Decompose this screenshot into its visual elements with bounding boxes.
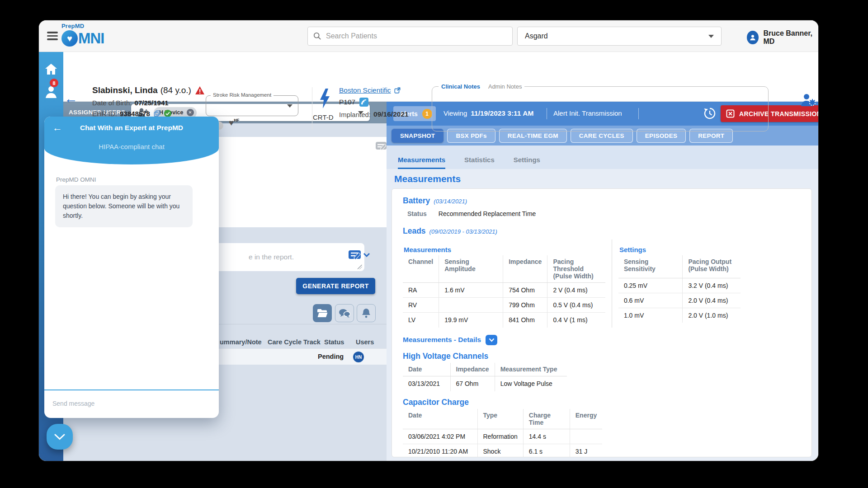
alerts-button-small[interactable] <box>357 304 376 322</box>
stroke-risk-select[interactable]: Stroke Risk Management <box>206 95 298 116</box>
measurements-details-row: Measurements - Details <box>403 335 801 345</box>
table-row[interactable]: Pending HN <box>206 348 387 365</box>
hamburger-menu-icon[interactable] <box>47 32 58 41</box>
chat-bubbles-icon <box>339 309 350 318</box>
folder-icon <box>317 309 328 318</box>
manufacturer-link[interactable]: Boston Scientific <box>339 86 391 94</box>
table-row: 03/13/2021 67 Ohm Low Voltage Pulse <box>403 376 567 391</box>
chat-title: Chat With an Expert at PrepMD <box>44 124 219 132</box>
leads-settings-group: Settings Sensing Sensitivity Pacing Outp… <box>612 239 741 328</box>
column-care-cycle-track: Care Cycle Track <box>268 338 321 346</box>
copy-icon[interactable] <box>154 110 160 117</box>
expand-details-button[interactable] <box>486 335 497 345</box>
table-row: LV 19.9 mV 841 Ohm 0.4 V (1 ms) <box>403 313 605 328</box>
subtab-statistics[interactable]: Statistics <box>464 156 495 169</box>
leads-section-heading: Leads (09/02/2019 - 03/13/2021) <box>403 226 801 236</box>
leads-settings-table: Sensing Sensitivity Pacing Output (Pulse… <box>618 255 741 323</box>
high-voltage-table: Date Impedance Measurement Type 03/13/20… <box>403 363 567 391</box>
tab-admin-notes[interactable]: Admin Notes <box>488 83 522 90</box>
subtab-settings[interactable]: Settings <box>514 156 540 169</box>
divider <box>44 389 219 390</box>
warning-icon <box>195 86 205 95</box>
status-badge: Pending <box>318 353 344 360</box>
sidebar-home-button[interactable] <box>45 63 57 77</box>
device-model-row: P107 <box>339 98 368 107</box>
chat-sender-label: PrepMD OMNI <box>56 176 96 183</box>
notification-badge: 8 <box>50 79 58 87</box>
brand-prepmd-label: PrepMD <box>61 23 104 29</box>
user-settings-icon[interactable] <box>800 93 816 109</box>
avatar: HN <box>353 352 364 362</box>
report-note-placeholder: e in the report. <box>249 253 294 261</box>
remote-monitor-icon[interactable] <box>359 98 368 107</box>
transmission-panel: Alerts 1 Viewing11/19/2023 3:11 AM Alert… <box>387 102 818 461</box>
notes-box[interactable]: Clinical Notes Admin Notes <box>432 86 769 131</box>
tab-clinical-notes[interactable]: Clinical Notes <box>441 83 480 90</box>
capacitor-charge-table: Date Type Charge Time Energy 03/06/2021 … <box>403 409 602 458</box>
chat-header: ← Chat With an Expert at PrepMD HIPAA-co… <box>44 117 219 164</box>
messages-button[interactable] <box>335 304 354 322</box>
chat-message-bubble: Hi there! You can begin by asking your q… <box>55 185 193 227</box>
sidebar-patients-button[interactable] <box>44 84 58 101</box>
brand-omni-label: MNI <box>78 30 104 47</box>
organization-select[interactable]: Asgard <box>517 27 722 46</box>
generate-report-button[interactable]: GENERATE REPORT <box>296 278 375 294</box>
report-note-input[interactable]: e in the report. <box>206 243 364 271</box>
chevron-down-icon <box>54 434 65 440</box>
external-link-icon <box>394 87 401 94</box>
table-row: RV 799 Ohm 0.5 V (0.4 ms) <box>403 298 605 313</box>
heart-logo-icon: ♥ <box>61 30 78 47</box>
column-status: Status <box>324 338 344 346</box>
device-implanted-row: Implanted:09/16/2021 <box>339 110 409 118</box>
table-row: 0.6 mV 2.0 V (0.4 ms) <box>618 293 741 308</box>
chevron-down-icon <box>287 104 292 108</box>
alerts-count-badge: 1 <box>422 109 432 119</box>
search-icon <box>313 32 321 40</box>
subtab-measurements[interactable]: Measurements <box>398 156 445 169</box>
note-template-blue-icon[interactable] <box>348 249 370 264</box>
chevron-down-icon <box>708 35 714 38</box>
user-avatar-icon <box>747 31 759 44</box>
divider <box>312 87 312 130</box>
folder-button[interactable] <box>313 304 332 322</box>
table-row: 10/21/2010 11:20 AM Shock 6.1 s 31 J <box>403 444 602 457</box>
table-row: 1.0 mV 2.0 V (1.0 ms) <box>618 308 741 323</box>
battery-section-heading: Battery (03/14/2021) <box>403 196 801 206</box>
patient-info-bar: ← Slabinski, Linda(84 y.o.) Date of Birt… <box>39 52 818 102</box>
remove-chip-icon[interactable]: ✕ <box>187 109 194 116</box>
leads-tables: Measurements Channel Sensing Amplitude I… <box>403 239 801 328</box>
brand-logo: PrepMD ♥ MNI <box>61 23 104 47</box>
measurements-card: Battery (03/14/2021) Status Recommended … <box>392 188 812 457</box>
summary-textarea[interactable] <box>206 137 400 227</box>
column-users: Users <box>356 338 374 346</box>
device-manufacturer-row: Boston Scientific <box>339 86 401 94</box>
app-window: PrepMD ♥ MNI Asgard Bruce Banner, MD <box>39 20 818 461</box>
chat-minimize-button[interactable] <box>47 424 73 450</box>
table-row: 0.25 mV 3.2 V (0.4 ms) <box>618 278 741 293</box>
device-bolt-icon <box>318 88 331 111</box>
patient-dob: Date of Birth:07/25/1941 <box>92 99 169 107</box>
patient-name: Slabinski, Linda(84 y.o.) <box>92 85 205 95</box>
chat-subtitle: HIPAA-compliant chat <box>44 143 219 150</box>
desktop-background: PrepMD ♥ MNI Asgard Bruce Banner, MD <box>0 0 868 488</box>
divider <box>206 324 387 324</box>
high-voltage-heading: High Voltage Channels <box>403 352 801 361</box>
chat-message-input[interactable] <box>52 394 211 413</box>
device-type: CRT-D <box>313 113 334 121</box>
leads-measurements-group: Measurements Channel Sensing Amplitude I… <box>403 239 605 328</box>
battery-status-row: Status Recommended Replacement Time <box>407 210 801 217</box>
resize-handle[interactable] <box>358 265 362 269</box>
capacitor-charge-heading: Capacitor Charge <box>403 398 801 407</box>
top-header: PrepMD ♥ MNI Asgard Bruce Banner, MD <box>39 20 818 52</box>
measurements-content: Measurements Battery (03/14/2021) Status… <box>387 169 818 461</box>
search-input[interactable] <box>326 32 507 40</box>
back-arrow-button[interactable]: ← <box>64 92 78 105</box>
leads-measurements-table: Channel Sensing Amplitude Impedance Paci… <box>403 255 605 328</box>
user-name: Bruce Banner, MD <box>763 29 818 46</box>
subtab-bar: Measurements Statistics Settings <box>387 145 818 169</box>
patient-search[interactable] <box>307 27 513 46</box>
user-menu[interactable]: Bruce Banner, MD <box>747 29 818 46</box>
chat-panel: ← Chat With an Expert at PrepMD HIPAA-co… <box>44 117 219 418</box>
table-row: RA 1.6 mV 754 Ohm 2 V (0.4 ms) <box>403 283 605 298</box>
heart-failure-icon: ♥HF <box>229 118 239 128</box>
